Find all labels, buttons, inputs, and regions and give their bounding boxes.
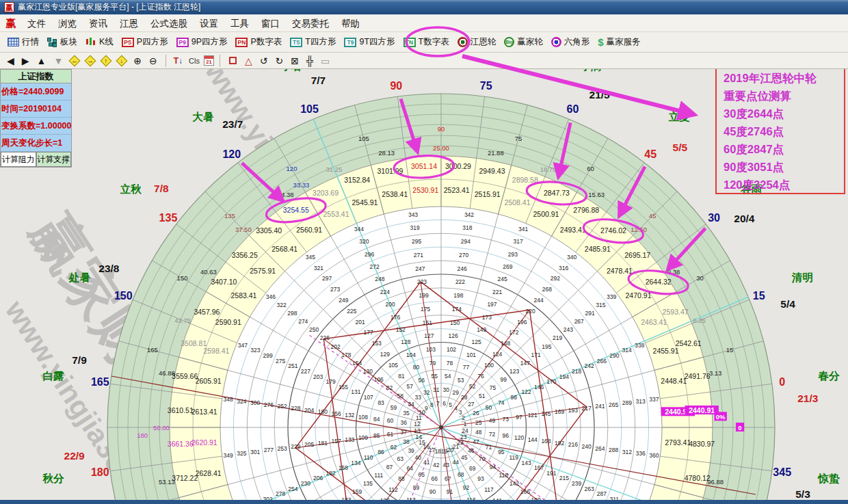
nav-rotate-cw-button[interactable]: ↻ [273,54,287,68]
ring-value: 46.88 [159,369,175,377]
svg-text:59: 59 [390,404,397,411]
annotation-line-1: 重要点位测算 [724,87,840,105]
outer-degree-label: 60 [567,103,579,115]
svg-text:58: 58 [397,393,404,399]
nav-calendar-button[interactable]: 21 [204,55,214,66]
annotation-line-2: 30度2644点 [724,105,840,122]
svg-text:292: 292 [551,275,560,282]
svg-text:43: 43 [442,462,449,468]
solar-term-label: 秋分 [42,473,64,484]
menu-item-browse[interactable]: 浏览 [52,16,83,31]
ring-value: 3000.29 [445,162,471,170]
menu-item-help[interactable]: 帮助 [335,16,366,31]
toolbar-button-hexagon[interactable]: 六角形 [547,34,594,50]
svg-text:301: 301 [250,449,260,455]
svg-text:182: 182 [326,470,336,477]
ring-value: 37.50 [235,226,252,233]
nav-nav-back-button[interactable]: ◀ [4,54,17,68]
nav-step-left-button[interactable]: ← [69,55,81,66]
solar-term-label: 立秋 [120,183,142,195]
ring-value: 18.75 [540,165,557,173]
svg-text:71: 71 [486,444,492,451]
svg-text:294: 294 [461,238,471,245]
nav-delete-box-button[interactable]: ⊠ [288,54,302,68]
svg-text:125: 125 [472,339,481,345]
ring-value: 34.38 [278,191,294,198]
svg-text:247: 247 [415,265,425,272]
toolbar-button-p-square[interactable]: PSP四方形 [118,34,172,50]
menu-item-file[interactable]: 文件 [21,16,52,31]
toolbar-button-9p-square[interactable]: P99P四方形 [172,34,232,50]
menu-item-trading[interactable]: 交易委托 [286,16,335,31]
menu-item-window[interactable]: 窗口 [255,16,286,31]
menu-item-settings[interactable]: 设置 [194,16,224,31]
outer-degree-label: 165 [91,376,109,388]
svg-text:227: 227 [301,368,310,375]
toolbar-button-quotes[interactable]: 行情 [3,34,43,50]
svg-text:32: 32 [423,389,430,396]
nav-step-down-button[interactable]: ↓ [116,55,128,66]
svg-text:339: 339 [607,293,616,300]
nav-draw-square-button[interactable] [229,57,237,64]
nav-nav-up-button[interactable]: ▲ [34,54,49,68]
svg-text:177: 177 [364,329,373,336]
toolbar-button-t-square[interactable]: TST四方形 [286,34,340,50]
menu-item-gann[interactable]: 江恩 [114,16,144,31]
toolbar-button-gann-wheel[interactable]: 江恩轮 [453,34,501,50]
toolbar-button-kline[interactable]: K线 [81,34,118,50]
nav-presentation-button[interactable]: ▭ [318,54,332,68]
nav-draw-triangle-button[interactable]: △ [242,54,255,68]
brand-logo-icon: 赢 [5,17,16,30]
svg-text:41: 41 [423,459,430,466]
nav-nav-forward-button[interactable]: ▶ [19,54,32,68]
svg-text:293: 293 [508,251,518,258]
svg-text:92: 92 [463,484,470,491]
window-title: 赢家江恩专业版[赢家服务平台] - [上证指数 江恩轮] [18,1,200,13]
svg-text:345: 345 [306,254,315,261]
ring-value: 4830.97 [689,440,715,448]
svg-text:174: 174 [452,306,462,313]
info-row-0: 价格=2440.9099 [1,83,71,101]
calc-resistance-button[interactable]: 计算阻力 [1,152,36,167]
toolbar-button-winner-wheel[interactable]: Big赢家轮 [500,34,547,50]
ring-value: 33.33 [293,181,310,189]
toolbar-button-9t-square[interactable]: T99T四方形 [340,34,399,50]
svg-text:157: 157 [331,438,341,445]
svg-text:191: 191 [546,470,556,477]
ring-value: 2583.41 [230,291,256,300]
ring-value: 75 [515,135,522,142]
svg-text:263: 263 [584,486,594,492]
nav-nav-down-button[interactable]: ▼ [51,54,66,68]
svg-text:152: 152 [396,326,406,333]
svg-text:349: 349 [224,452,233,459]
nav-zoom-in-button[interactable]: ⊕ [131,54,144,68]
nav-cls-button-button[interactable]: Cls [187,57,202,65]
nav-zoom-out-button[interactable]: ⊖ [146,54,160,68]
nav-rotate-ccw-button[interactable]: ↺ [257,54,271,68]
nav-t-down-button[interactable]: T↓ [172,56,185,66]
svg-text:290: 290 [609,352,619,359]
svg-text:36: 36 [400,419,407,426]
nav-scatter-button[interactable]: ╬ [304,54,316,68]
menu-item-tools[interactable]: 工具 [224,16,255,31]
ring-value: 45 [649,212,657,220]
svg-text:158: 158 [339,464,348,471]
svg-text:88: 88 [398,475,405,482]
svg-text:276: 276 [264,401,274,408]
toolbar-button-winner-service[interactable]: $赢家服务 [594,34,644,50]
svg-text:102: 102 [447,346,456,353]
svg-text:291: 291 [585,310,594,317]
menu-item-news[interactable]: 资讯 [83,16,114,31]
calc-support-button[interactable]: 计算支撑 [36,152,72,167]
nav-step-right-button[interactable]: → [85,55,96,66]
toolbar-button-t-table[interactable]: TNT数字表 [399,34,453,50]
svg-text:7: 7 [436,400,440,407]
annotation-line-0: 2019年江恩轮中轮 [724,69,840,87]
svg-text:173: 173 [482,314,492,321]
toolbar-button-p-table[interactable]: PNP数字表 [231,34,286,50]
nav-step-up-button[interactable]: ↑ [101,55,112,66]
menu-item-stock-picker[interactable]: 公式选股 [144,16,194,31]
toolbar-button-sectors[interactable]: 板块 [43,34,81,50]
annotation-line-6: 120度3254点 [724,176,840,194]
svg-text:277: 277 [264,447,274,453]
